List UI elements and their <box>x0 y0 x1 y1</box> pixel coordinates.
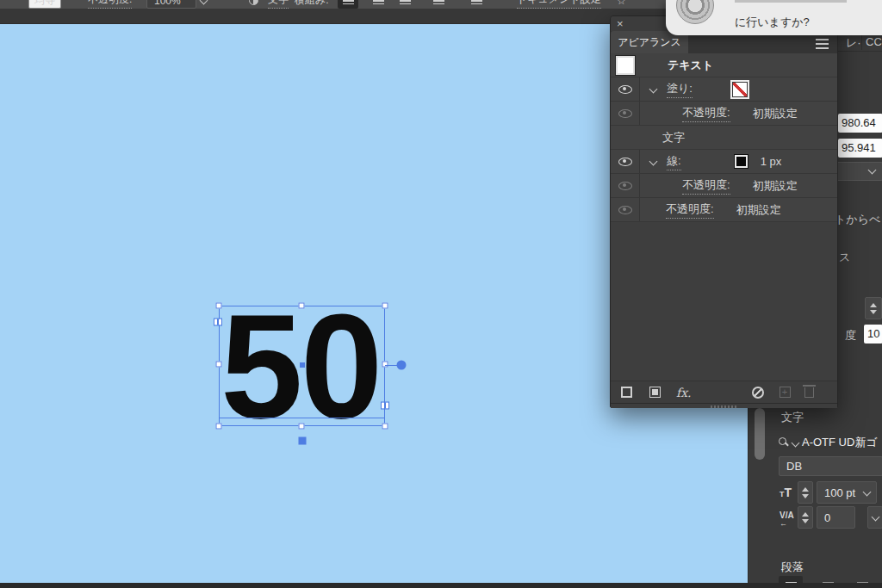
visibility-eye-icon[interactable] <box>618 85 632 94</box>
handle-top-center[interactable] <box>299 303 305 309</box>
handle-bottom-right[interactable] <box>382 424 388 430</box>
tracking-icon <box>780 508 794 528</box>
tab-cc-libraries[interactable]: CC <box>866 35 882 48</box>
appearance-row-characters[interactable]: 文字 <box>611 126 837 150</box>
transform-unit-dropdown[interactable] <box>830 162 882 181</box>
font-style-dropdown[interactable]: DB <box>779 456 882 476</box>
appearance-row-opacity[interactable]: 不透明度: 初期設定 <box>611 198 837 222</box>
rotate-handle-line <box>385 365 397 366</box>
notification-message: に行いますか? <box>735 15 810 30</box>
dock-scrollbar[interactable] <box>755 408 765 460</box>
opacity-link[interactable]: 不透明度: <box>88 0 132 9</box>
appearance-row-stroke-opacity[interactable]: 不透明度: 初期設定 <box>611 174 837 198</box>
center-reference-point[interactable] <box>300 362 305 368</box>
tracking-dropdown[interactable] <box>867 506 882 529</box>
delete-item-icon[interactable] <box>804 387 814 398</box>
add-effect-icon[interactable]: fx. <box>676 386 692 399</box>
transform-x-field[interactable]: 980.64 <box>838 114 882 133</box>
chevron-down-icon[interactable] <box>649 85 658 94</box>
opacity-dropdown-arrow[interactable] <box>201 0 207 9</box>
appearance-row-fill-opacity[interactable]: 不透明度: 初期設定 <box>611 102 837 126</box>
stepper-down-icon <box>802 494 809 498</box>
rotate-handle-dot[interactable] <box>397 361 407 370</box>
appearance-row-stroke[interactable]: 線: 1 px <box>611 150 837 174</box>
handle-top-left[interactable] <box>216 303 222 309</box>
font-size-dropdown[interactable]: 100 pt <box>817 481 877 504</box>
character-panel-link[interactable]: 文字 <box>268 0 289 9</box>
favorite-star-icon[interactable]: ☆ <box>617 0 626 9</box>
appearance-row-fill[interactable]: 塗り: <box>611 77 837 102</box>
target-swatch <box>616 56 635 75</box>
add-stroke-icon[interactable] <box>621 387 632 398</box>
panel-menu-icon[interactable] <box>816 39 829 40</box>
tracking-stepper[interactable] <box>798 506 813 529</box>
opacity-value[interactable]: 初期設定 <box>736 202 781 218</box>
fill-none-swatch[interactable] <box>732 82 748 97</box>
handle-bottom-center[interactable] <box>299 424 305 430</box>
duplicate-item-icon[interactable]: + <box>780 387 791 398</box>
tracking-field[interactable]: 0 <box>817 506 855 529</box>
fill-label[interactable]: 塗り: <box>667 81 693 98</box>
visibility-eye-icon[interactable] <box>618 182 632 190</box>
visibility-eye-icon[interactable] <box>618 158 632 166</box>
add-fill-icon[interactable] <box>649 387 661 398</box>
handle-top-right[interactable] <box>382 303 388 309</box>
opacity-label[interactable]: 不透明度: <box>88 0 132 9</box>
appearance-row-target[interactable]: テキスト <box>611 53 837 77</box>
font-name-value: A-OTF UD新ゴ <box>802 435 878 450</box>
align-right-button[interactable] <box>394 0 415 9</box>
handle-middle-right[interactable] <box>382 362 388 368</box>
chevron-down-icon[interactable] <box>649 158 658 166</box>
font-size-value: 100 pt <box>824 486 855 499</box>
font-size-icon <box>780 486 792 499</box>
justify-dropdown[interactable]: 均等 <box>28 0 61 9</box>
opacity-value-field[interactable]: 100% <box>146 0 196 9</box>
stroke-opacity-value[interactable]: 初期設定 <box>753 178 798 194</box>
tab-layers[interactable]: レ· <box>846 35 861 51</box>
clear-appearance-icon[interactable] <box>752 387 764 399</box>
stroke-opacity-label[interactable]: 不透明度: <box>682 177 730 195</box>
font-search-row[interactable]: A-OTF UD新ゴ <box>779 432 882 453</box>
handle-bottom-left[interactable] <box>216 424 222 430</box>
visibility-eye-icon[interactable] <box>618 109 632 118</box>
indent-icon <box>433 0 444 5</box>
align-center-icon <box>373 0 384 5</box>
chevron-down-icon <box>863 488 872 497</box>
value-stepper[interactable] <box>865 297 882 319</box>
writing-direction-label: 横組み: <box>295 0 329 9</box>
system-notification[interactable]: に行いますか? <box>666 0 882 35</box>
transform-y-field[interactable]: 95.941 <box>838 139 882 158</box>
font-size-stepper[interactable] <box>798 481 813 504</box>
close-icon[interactable]: × <box>617 16 624 31</box>
spacing-button[interactable] <box>466 0 487 9</box>
handle-middle-left[interactable] <box>216 362 222 368</box>
chevron-down-icon <box>872 513 880 522</box>
stepper-up-icon <box>802 487 809 492</box>
chevron-down-icon <box>200 0 208 4</box>
tab-divider <box>861 33 862 50</box>
indent-button[interactable] <box>428 0 449 9</box>
opacity-label[interactable]: 不透明度: <box>666 201 714 219</box>
panel-resize-zone[interactable] <box>611 403 837 408</box>
characters-label: 文字 <box>662 130 685 145</box>
opacity-value-field[interactable]: 10 <box>864 325 882 344</box>
align-right-icon <box>400 0 411 5</box>
bottom-anchor-handle[interactable] <box>299 437 307 445</box>
stroke-label[interactable]: 線: <box>667 153 681 170</box>
character-link-label: 文字 <box>268 0 289 9</box>
left-edge-widget[interactable] <box>214 319 222 326</box>
fill-opacity-label[interactable]: 不透明度: <box>682 105 730 122</box>
stroke-width-value[interactable]: 1 px <box>761 155 782 168</box>
right-edge-widget[interactable] <box>381 402 389 410</box>
document-setup-button[interactable]: ドキュメント設定 <box>517 0 601 9</box>
character-panel-title: 文字 <box>781 410 804 425</box>
fill-opacity-value[interactable]: 初期設定 <box>753 106 798 121</box>
visibility-eye-icon[interactable] <box>618 206 632 214</box>
properties-text-fragment-1: トからべ <box>835 212 880 227</box>
paragraph-panel-title: 段落 <box>781 560 804 575</box>
appearance-panel: × アピアランス テキスト 塗り: 不透明度: 初期設定 文字 線: <box>610 15 838 407</box>
align-left-button[interactable] <box>338 0 358 9</box>
align-center-button[interactable] <box>368 0 388 9</box>
stroke-color-swatch[interactable] <box>735 155 748 168</box>
spacing-icon <box>471 0 482 5</box>
